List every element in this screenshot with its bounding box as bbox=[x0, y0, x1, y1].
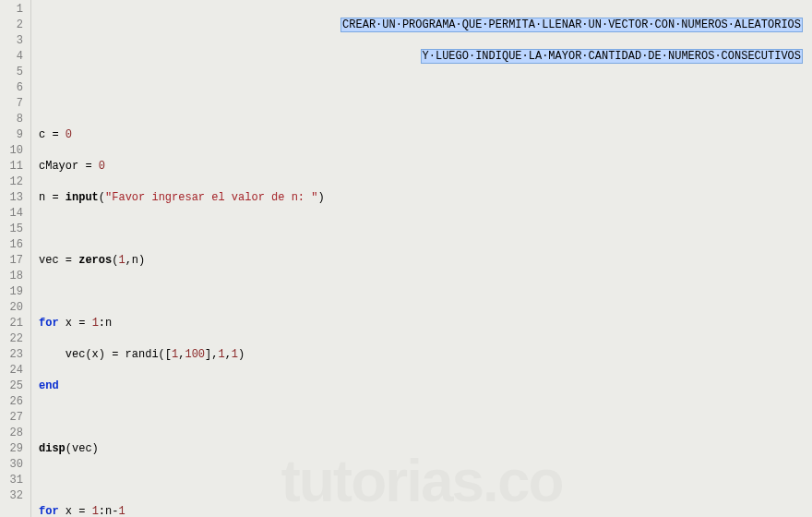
line-number: 18 bbox=[4, 269, 23, 284]
line-number: 25 bbox=[4, 379, 23, 394]
code-editor: 1234567891011121314151617181920212223242… bbox=[0, 0, 812, 517]
line-number: 27 bbox=[4, 410, 23, 426]
code-line bbox=[39, 222, 805, 237]
line-number: 1 bbox=[4, 2, 23, 18]
line-number: 8 bbox=[4, 112, 23, 127]
line-number: 26 bbox=[4, 394, 23, 410]
code-area[interactable]: CREAR·UN·PROGRAMA·QUE·PERMITA·LLENAR·UN·… bbox=[31, 0, 812, 517]
line-number: 2 bbox=[4, 18, 23, 33]
line-number: 30 bbox=[4, 457, 23, 473]
line-number: 17 bbox=[4, 253, 23, 269]
code-line: vec(x) = randi([1,100],1,1) bbox=[39, 347, 805, 363]
line-number: 12 bbox=[4, 174, 23, 190]
line-gutter: 1234567891011121314151617181920212223242… bbox=[0, 0, 31, 517]
line-number: 29 bbox=[4, 441, 23, 457]
line-number: 22 bbox=[4, 331, 23, 347]
line-number: 15 bbox=[4, 222, 23, 237]
line-number: 9 bbox=[4, 127, 23, 143]
line-number: 21 bbox=[4, 316, 23, 331]
code-line bbox=[39, 284, 805, 300]
line-number: 31 bbox=[4, 473, 23, 488]
line-number: 23 bbox=[4, 347, 23, 363]
code-line: cMayor = 0 bbox=[39, 159, 805, 174]
code-line: c = 0 bbox=[39, 127, 805, 143]
line-number: 5 bbox=[4, 65, 23, 80]
code-line bbox=[39, 473, 805, 488]
code-line: for x = 1:n bbox=[39, 316, 805, 331]
code-line bbox=[39, 410, 805, 426]
line-number: 28 bbox=[4, 426, 23, 441]
line-number: 24 bbox=[4, 363, 23, 379]
code-line: vec = zeros(1,n) bbox=[39, 253, 805, 269]
line-number: 19 bbox=[4, 284, 23, 300]
line-number: 3 bbox=[4, 33, 23, 49]
line-number: 14 bbox=[4, 206, 23, 222]
line-number: 10 bbox=[4, 143, 23, 159]
selected-comment-header: CREAR·UN·PROGRAMA·QUE·PERMITA·LLENAR·UN·… bbox=[301, 2, 803, 80]
line-number: 16 bbox=[4, 237, 23, 253]
code-line: for x = 1:n-1 bbox=[39, 504, 805, 517]
line-number: 7 bbox=[4, 96, 23, 112]
line-number: 13 bbox=[4, 190, 23, 206]
code-line: n = input("Favor ingresar el valor de n:… bbox=[39, 190, 805, 206]
line-number: 4 bbox=[4, 49, 23, 65]
code-line bbox=[39, 96, 805, 112]
line-number: 32 bbox=[4, 488, 23, 504]
line-number: 11 bbox=[4, 159, 23, 174]
code-line: end bbox=[39, 379, 805, 394]
code-line: disp(vec) bbox=[39, 441, 805, 457]
line-number: 6 bbox=[4, 80, 23, 96]
line-number: 20 bbox=[4, 300, 23, 316]
